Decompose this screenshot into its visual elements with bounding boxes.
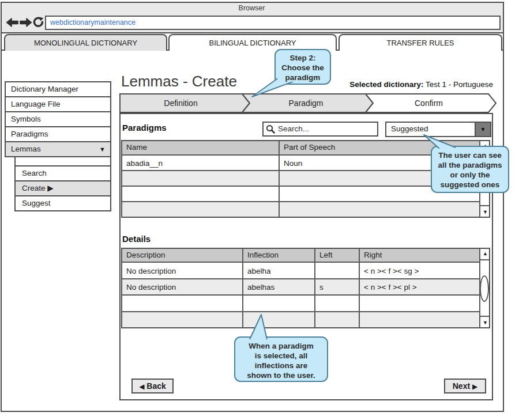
callout-text: is selected, all [235, 351, 328, 361]
cell-description: No description [126, 283, 176, 292]
browser-window-title: Browser [1, 4, 503, 12]
tab-transfer-rules[interactable]: TRANSFER RULES [339, 34, 502, 51]
row-divider [121, 278, 479, 279]
step-confirm[interactable]: Confirm [369, 99, 488, 110]
sidebar-item-lemmas-search[interactable]: Search [14, 165, 111, 181]
chevron-down-icon: ▼ [480, 126, 486, 133]
column-divider [359, 248, 360, 328]
sidebar-item-lemmas[interactable]: Lemmas ▼ [5, 141, 111, 157]
screen: Browser webdictionarymaintenance MONOLIN… [0, 0, 519, 420]
column-header: Left [319, 251, 333, 259]
sidebar-item-lemmas-create[interactable]: Create ▶ [14, 180, 111, 196]
back-button[interactable]: ◀ Back [131, 379, 174, 393]
callout-text: Choose the [275, 63, 330, 73]
sidebar-item-lemmas-suggest[interactable]: Suggest [14, 195, 111, 211]
callout-text: When a paradigm [235, 341, 328, 351]
cell-description: No description [126, 267, 176, 275]
sidebar-item-symbols[interactable]: Symbols [5, 111, 111, 127]
table-row[interactable]: No description abelha < n >< f >< sg > [121, 263, 479, 279]
callout-text: Step 2: [275, 53, 330, 63]
row-divider [121, 201, 479, 202]
selected-dictionary: Selected dictionary: Test 1 - Portuguese [349, 80, 493, 89]
dropdown-button[interactable]: ▼ [475, 123, 490, 136]
callout-text: suggested ones [431, 180, 509, 190]
sidebar-item-label: Lemmas [11, 145, 41, 153]
back-button-label: Back [146, 381, 166, 391]
sidebar-item-dictionary-manager[interactable]: Dictionary Manager [5, 81, 111, 97]
forward-icon[interactable] [20, 17, 32, 30]
scroll-down-icon[interactable]: ▼ [480, 205, 490, 218]
sidebar-item-paradigms[interactable]: Paradigms [5, 126, 111, 142]
step-definition[interactable]: Definition [119, 99, 242, 110]
row-divider [121, 154, 479, 156]
paradigms-table-header: Name Part of Speech [121, 140, 479, 156]
table-row[interactable] [121, 296, 479, 312]
sidebar-item-label: Create [22, 184, 46, 192]
back-arrow-icon: ◀ [139, 383, 144, 391]
next-arrow-icon: ▶ [472, 383, 477, 391]
callout-text: all the paradigms [431, 160, 509, 170]
callout-text: shown to the user. [235, 370, 328, 380]
row-divider [121, 262, 479, 263]
cell-left: s [319, 283, 324, 292]
cell-inflection: abelha [247, 267, 271, 275]
callout-text: The user can see [431, 150, 509, 160]
back-icon[interactable] [6, 17, 18, 30]
next-button[interactable]: Next ▶ [444, 379, 486, 393]
filter-dropdown[interactable]: Suggested ▼ [385, 122, 491, 137]
filter-dropdown-value: Suggested [391, 124, 428, 133]
row-divider [121, 170, 479, 171]
tab-monolingual-dictionary[interactable]: MONOLINGUAL DICTIONARY [4, 34, 167, 51]
selected-dictionary-label: Selected dictionary: [349, 80, 423, 89]
column-header: Description [126, 251, 166, 259]
table-row[interactable]: abadia__n Noun [121, 156, 479, 171]
cell-right: < n >< f >< pl > [364, 283, 417, 292]
paradigms-section-label: Paradigms [122, 123, 167, 133]
table-row[interactable] [121, 202, 479, 218]
column-header: Right [364, 251, 382, 259]
sidebar-item-language-file[interactable]: Language File [5, 96, 111, 112]
column-divider [314, 248, 315, 328]
chevron-right-icon: ▶ [47, 184, 53, 192]
column-header: Name [126, 143, 147, 152]
next-button-label: Next [453, 381, 470, 391]
cell-part-of-speech: Noun [284, 159, 302, 168]
details-table-header: Description Inflection Left Right [121, 248, 479, 263]
callout-text: paradigm [275, 73, 330, 82]
cell-name: abadia__n [126, 159, 163, 168]
tab-bilingual-dictionary[interactable]: BILINGUAL DICTIONARY [168, 34, 337, 51]
row-divider [121, 186, 479, 187]
callout-text: or only the [431, 170, 509, 180]
page-title: Lemmas - Create [121, 73, 237, 90]
url-input[interactable]: webdictionarymaintenance [45, 16, 501, 30]
scroll-up-icon[interactable]: ▲ [480, 248, 490, 260]
scroll-down-icon[interactable]: ▼ [480, 316, 490, 328]
column-header: Part of Speech [284, 143, 335, 152]
chevron-down-icon: ▼ [99, 142, 106, 156]
table-row[interactable]: No description abelhas s < n >< f >< pl … [121, 279, 479, 296]
cell-right: < n >< f >< sg > [364, 267, 419, 275]
table-row[interactable] [121, 312, 479, 328]
row-divider [121, 311, 479, 312]
callout-text: inflections are [235, 361, 328, 370]
scrollbar-thumb[interactable] [480, 275, 489, 302]
details-section-label: Details [122, 234, 151, 244]
column-header: Inflection [247, 251, 279, 259]
table-row[interactable] [121, 171, 479, 187]
table-row[interactable] [121, 187, 479, 202]
refresh-icon[interactable] [33, 17, 44, 30]
step-paradigm[interactable]: Paradigm [246, 99, 366, 110]
selected-dictionary-value: Test 1 - Portuguese [423, 80, 493, 89]
cell-inflection: abelhas [247, 283, 274, 292]
search-placeholder: Search... [278, 124, 309, 133]
row-divider [121, 294, 479, 296]
column-divider [279, 140, 280, 218]
search-icon [266, 124, 276, 137]
column-divider [242, 248, 243, 328]
